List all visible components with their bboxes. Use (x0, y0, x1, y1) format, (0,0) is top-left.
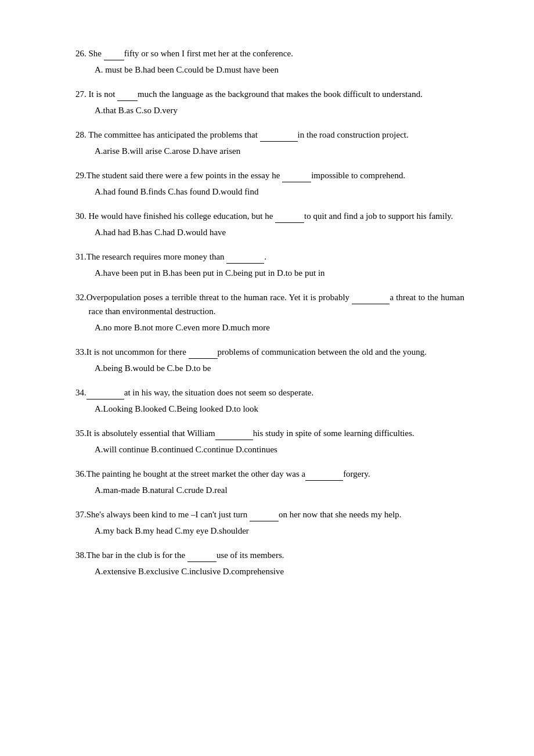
q-number: 38. (75, 550, 86, 560)
question-block-q38: 38.The bar in the club is for the use of… (75, 548, 464, 578)
blank-q28 (260, 131, 298, 142)
q-number: 28. (75, 130, 88, 139)
options-q28: A.arise B.will arise C.arose D.have aris… (75, 144, 464, 158)
options-q35: A.will continue B.continued C.continue D… (75, 442, 464, 456)
question-text-q36: 36.The painting he bought at the street … (75, 467, 464, 481)
question-block-q33: 33.It is not uncommon for there problems… (75, 345, 464, 375)
q-number: 29. (75, 171, 86, 180)
question-text-q26: 26. She fifty or so when I first met her… (75, 46, 464, 60)
q-number: 31. (75, 252, 86, 261)
question-text-q27: 27. It is not much the language as the b… (75, 87, 464, 101)
question-text-q32: 32.Overpopulation poses a terrible threa… (75, 290, 464, 318)
blank-q30 (275, 212, 304, 223)
options-q26: A. must be B.had been C.could be D.must … (75, 63, 464, 77)
q-number: 26. (75, 49, 89, 58)
question-text-q35: 35.It is absolutely essential that Willi… (75, 426, 464, 440)
question-block-q28: 28. The committee has anticipated the pr… (75, 128, 464, 158)
options-q33: A.being B.would be C.be D.to be (75, 361, 464, 375)
question-block-q36: 36.The painting he bought at the street … (75, 467, 464, 497)
options-q31: A.have been put in B.has been put in C.b… (75, 266, 464, 280)
question-block-q35: 35.It is absolutely essential that Willi… (75, 426, 464, 456)
blank-q34 (86, 388, 124, 399)
question-text-q34: 34. at in his way, the situation does no… (75, 386, 464, 399)
question-block-q34: 34. at in his way, the situation does no… (75, 386, 464, 416)
q-number: 35. (75, 429, 86, 438)
blank-q36 (305, 470, 343, 481)
question-block-q30: 30. He would have finished his college e… (75, 209, 464, 239)
options-q37: A.my back B.my head C.my eye D.shoulder (75, 524, 464, 538)
blank-q26 (104, 49, 124, 60)
q-number: 34. (75, 388, 86, 397)
question-text-q38: 38.The bar in the club is for the use of… (75, 548, 464, 562)
question-text-q37: 37.She's always been kind to me –I can't… (75, 507, 464, 521)
blank-q31 (226, 253, 264, 264)
question-block-q32: 32.Overpopulation poses a terrible threa… (75, 290, 464, 334)
question-block-q26: 26. She fifty or so when I first met her… (75, 46, 464, 77)
question-text-q31: 31.The research requires more money than… (75, 250, 464, 264)
blank-q33 (189, 348, 218, 359)
question-text-q28: 28. The committee has anticipated the pr… (75, 128, 464, 142)
blank-q38 (187, 551, 217, 562)
options-q34: A.Looking B.looked C.Being looked D.to l… (75, 402, 464, 416)
blank-q27 (117, 90, 138, 101)
question-text-q33: 33.It is not uncommon for there problems… (75, 345, 464, 359)
q-number: 37. (75, 510, 86, 519)
questions-container: 26. She fifty or so when I first met her… (75, 46, 464, 578)
q-number: 32. (75, 293, 86, 302)
blank-q35 (215, 429, 253, 440)
question-block-q27: 27. It is not much the language as the b… (75, 87, 464, 117)
options-q36: A.man-made B.natural C.crude D.real (75, 483, 464, 497)
blank-q32 (352, 293, 389, 304)
question-block-q37: 37.She's always been kind to me –I can't… (75, 507, 464, 538)
question-text-q30: 30. He would have finished his college e… (75, 209, 464, 223)
options-q32: A.no more B.not more C.even more D.much … (75, 321, 464, 334)
options-q30: A.had had B.has C.had D.would have (75, 225, 464, 239)
blank-q37 (250, 510, 279, 521)
options-q27: A.that B.as C.so D.very (75, 103, 464, 117)
options-q29: A.had found B.finds C.has found D.would … (75, 185, 464, 199)
blank-q29 (282, 171, 311, 182)
q-number: 36. (75, 469, 86, 478)
q-number: 30. (75, 211, 89, 221)
q-number: 33. (75, 347, 86, 357)
question-block-q29: 29.The student said there were a few poi… (75, 168, 464, 199)
question-text-q29: 29.The student said there were a few poi… (75, 168, 464, 182)
q-number: 27. (75, 89, 89, 99)
options-q38: A.extensive B.exclusive C.inclusive D.co… (75, 564, 464, 578)
question-block-q31: 31.The research requires more money than… (75, 250, 464, 280)
